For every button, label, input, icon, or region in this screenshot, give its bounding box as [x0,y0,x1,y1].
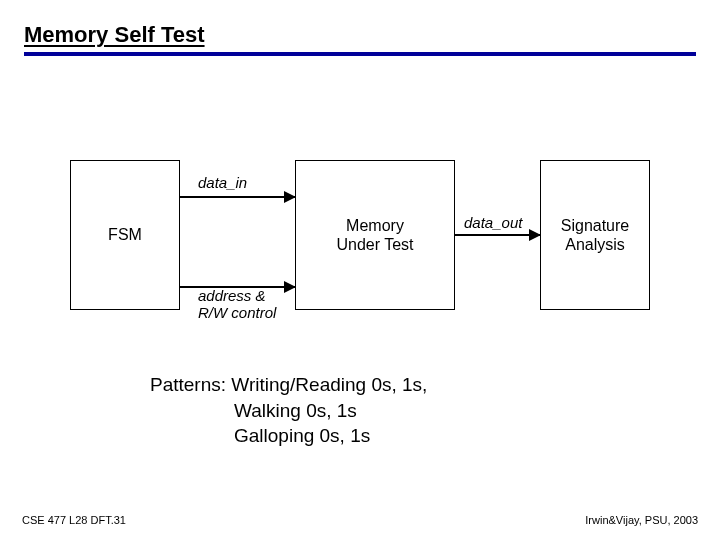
patterns-line3: Galloping 0s, 1s [150,423,370,449]
signature-analysis-block: Signature Analysis [540,160,650,310]
memory-label: Memory Under Test [332,216,417,254]
data-in-arrow [180,196,295,198]
data-in-label: data_in [198,174,247,191]
title-underline [24,52,696,56]
page-title: Memory Self Test [24,22,205,48]
footer-right: Irwin&Vijay, PSU, 2003 [585,514,698,526]
signature-label-line2: Analysis [565,235,625,254]
addr-line2: R/W control [198,304,276,321]
patterns-text: Patterns: Writing/Reading 0s, 1s, Walkin… [150,372,427,449]
fsm-block: FSM [70,160,180,310]
signature-label-line1: Signature [561,216,630,235]
memory-label-line2: Under Test [336,236,413,253]
address-rw-label: address & R/W control [198,288,276,321]
footer-left: CSE 477 L28 DFT.31 [22,514,126,526]
memory-under-test-block: Memory Under Test [295,160,455,310]
fsm-label: FSM [108,225,142,244]
data-out-label: data_out [464,214,522,231]
addr-line1: address & [198,287,266,304]
block-diagram: FSM Memory Under Test Signature Analysis… [70,160,650,320]
data-out-arrow [455,234,540,236]
memory-label-line1: Memory [346,217,404,234]
patterns-line1: Patterns: Writing/Reading 0s, 1s, [150,372,427,398]
patterns-line2: Walking 0s, 1s [150,398,357,424]
